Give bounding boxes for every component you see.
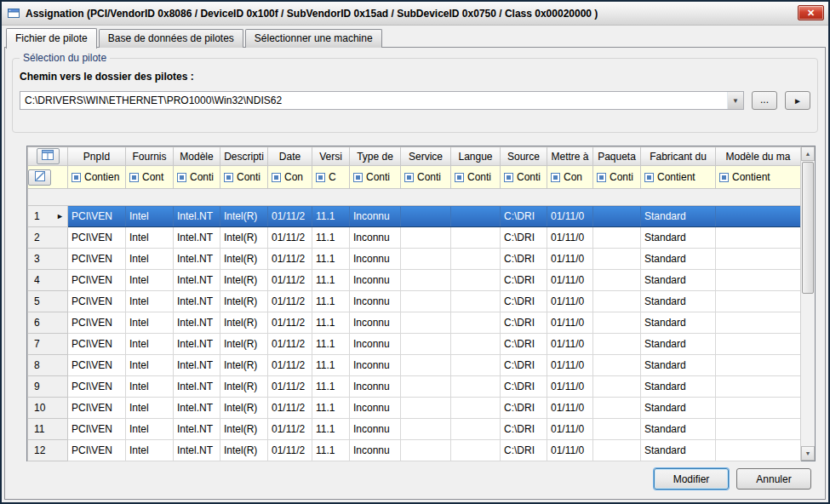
row-header-7[interactable]: 7 <box>28 334 68 355</box>
cell-mod-le-du-ma[interactable] <box>716 270 801 291</box>
cell-date[interactable]: 01/11/2 <box>268 376 312 398</box>
cell-fabricant-du[interactable]: Standard <box>641 355 716 376</box>
cell-pnpid[interactable]: PCI\VEN <box>68 312 126 334</box>
cell-langue[interactable] <box>451 249 501 270</box>
cell-langue[interactable] <box>451 270 501 291</box>
cell-versi[interactable]: 11.1 <box>312 334 350 355</box>
cell-date[interactable]: 01/11/2 <box>268 206 312 227</box>
tab-base-de-donnees-de-pilotes[interactable]: Base de données de pilotes <box>99 29 243 48</box>
cell-mod-le-du-ma[interactable] <box>716 376 801 398</box>
column-header-mettre[interactable]: Mettre à <box>547 147 593 166</box>
cell-versi[interactable]: 11.1 <box>312 249 350 270</box>
driver-path-combobox[interactable]: C:\DRIVERS\WIN\ETHERNET\PRO1000\Win32\ND… <box>20 91 744 110</box>
cell-fabricant-du[interactable]: Standard <box>641 376 716 398</box>
cell-type-de[interactable]: Inconnu <box>350 376 401 398</box>
cell-versi[interactable]: 11.1 <box>312 206 350 227</box>
titlebar[interactable]: Assignation (PCI/VendorID 0x8086 / Devic… <box>2 2 828 26</box>
cell-source[interactable]: C:\DRI <box>501 355 547 376</box>
cell-paqueta[interactable] <box>593 291 641 312</box>
cell-type-de[interactable]: Inconnu <box>350 249 401 270</box>
scroll-up-button[interactable]: ▲ <box>801 146 815 161</box>
table-row[interactable]: 9PCI\VENIntelIntel.NTIntel(R)01/11/211.1… <box>28 376 801 398</box>
table-row[interactable]: 12PCI\VENIntelIntel.NTIntel(R)01/11/211.… <box>28 440 801 461</box>
cell-mettre[interactable]: 01/11/0 <box>547 419 593 440</box>
cell-langue[interactable] <box>451 376 501 398</box>
cell-fournis[interactable]: Intel <box>126 206 174 227</box>
filter-checkbox-icon[interactable] <box>404 173 414 182</box>
cell-fournis[interactable]: Intel <box>126 440 174 461</box>
table-row[interactable]: 1►PCI\VENIntelIntel.NTIntel(R)01/11/211.… <box>28 206 801 227</box>
cell-mod-le[interactable]: Intel.NT <box>174 206 220 227</box>
grid-layout-button[interactable] <box>37 148 60 164</box>
cell-service[interactable] <box>401 376 451 398</box>
cell-date[interactable]: 01/11/2 <box>268 355 312 376</box>
cell-pnpid[interactable]: PCI\VEN <box>68 206 126 227</box>
filter-cell-pnpid[interactable]: Contien <box>68 166 126 189</box>
cell-source[interactable]: C:\DRI <box>501 249 547 270</box>
cell-source[interactable]: C:\DRI <box>501 312 547 334</box>
cell-fournis[interactable]: Intel <box>126 227 174 249</box>
cell-fournis[interactable]: Intel <box>126 291 174 312</box>
cell-source[interactable]: C:\DRI <box>501 206 547 227</box>
row-header-3[interactable]: 3 <box>28 249 68 270</box>
close-button[interactable]: ✕ <box>798 5 824 20</box>
filter-checkbox-icon[interactable] <box>504 173 513 182</box>
tab-selectionner-une-machine[interactable]: Sélectionner une machine <box>245 29 382 48</box>
cell-pnpid[interactable]: PCI\VEN <box>68 419 126 440</box>
cell-versi[interactable]: 11.1 <box>312 376 350 398</box>
row-header-10[interactable]: 10 <box>28 398 68 419</box>
cell-type-de[interactable]: Inconnu <box>350 227 401 249</box>
cell-descripti[interactable]: Intel(R) <box>220 291 268 312</box>
cell-mod-le[interactable]: Intel.NT <box>174 440 220 461</box>
cell-fournis[interactable]: Intel <box>126 355 174 376</box>
cell-source[interactable]: C:\DRI <box>501 376 547 398</box>
table-row[interactable]: 4PCI\VENIntelIntel.NTIntel(R)01/11/211.1… <box>28 270 801 291</box>
cell-pnpid[interactable]: PCI\VEN <box>68 355 126 376</box>
filter-checkbox-icon[interactable] <box>316 173 325 182</box>
cell-service[interactable] <box>401 206 451 227</box>
cell-paqueta[interactable] <box>593 227 641 249</box>
cell-source[interactable]: C:\DRI <box>501 291 547 312</box>
filter-cell-fournis[interactable]: Cont <box>126 166 174 189</box>
cell-fournis[interactable]: Intel <box>126 249 174 270</box>
filter-cell-fabricant-du[interactable]: Contient <box>641 166 716 189</box>
filter-cell-paqueta[interactable]: Conti <box>593 166 641 189</box>
filter-checkbox-icon[interactable] <box>455 173 464 182</box>
filter-checkbox-icon[interactable] <box>272 173 281 182</box>
cell-descripti[interactable]: Intel(R) <box>220 227 268 249</box>
cell-mettre[interactable]: 01/11/0 <box>547 270 593 291</box>
cell-mod-le[interactable]: Intel.NT <box>174 355 220 376</box>
clear-filter-button[interactable] <box>28 169 51 186</box>
row-header-12[interactable]: 12 <box>28 440 68 461</box>
cell-type-de[interactable]: Inconnu <box>350 398 401 419</box>
filter-cell-type-de[interactable]: Conti <box>350 166 401 189</box>
cell-fabricant-du[interactable]: Standard <box>641 334 716 355</box>
cell-mod-le-du-ma[interactable] <box>716 206 801 227</box>
filter-checkbox-icon[interactable] <box>644 173 654 182</box>
row-header-11[interactable]: 11 <box>28 419 68 440</box>
cell-mod-le[interactable]: Intel.NT <box>174 419 220 440</box>
cell-source[interactable]: C:\DRI <box>501 440 547 461</box>
cell-mod-le-du-ma[interactable] <box>716 355 801 376</box>
cell-paqueta[interactable] <box>593 376 641 398</box>
row-header-1[interactable]: 1► <box>28 206 68 227</box>
cell-service[interactable] <box>401 355 451 376</box>
column-header-service[interactable]: Service <box>401 147 451 166</box>
cell-langue[interactable] <box>451 227 501 249</box>
cell-pnpid[interactable]: PCI\VEN <box>68 334 126 355</box>
cell-date[interactable]: 01/11/2 <box>268 334 312 355</box>
filter-checkbox-icon[interactable] <box>129 173 139 182</box>
cell-versi[interactable]: 11.1 <box>312 419 350 440</box>
cell-date[interactable]: 01/11/2 <box>268 398 312 419</box>
filter-cell-service[interactable]: Conti <box>401 166 451 189</box>
scroll-down-button[interactable]: ▼ <box>801 446 815 461</box>
vertical-scrollbar[interactable]: ▲ ▼ <box>800 146 815 461</box>
cell-paqueta[interactable] <box>593 249 641 270</box>
cell-pnpid[interactable]: PCI\VEN <box>68 270 126 291</box>
cell-mod-le[interactable]: Intel.NT <box>174 227 220 249</box>
cell-pnpid[interactable]: PCI\VEN <box>68 376 126 398</box>
cell-mettre[interactable]: 01/11/0 <box>547 249 593 270</box>
column-header-mod-le[interactable]: Modèle <box>174 147 220 166</box>
table-row[interactable]: 3PCI\VENIntelIntel.NTIntel(R)01/11/211.1… <box>28 249 801 270</box>
combobox-dropdown-button[interactable]: ▼ <box>727 92 743 109</box>
